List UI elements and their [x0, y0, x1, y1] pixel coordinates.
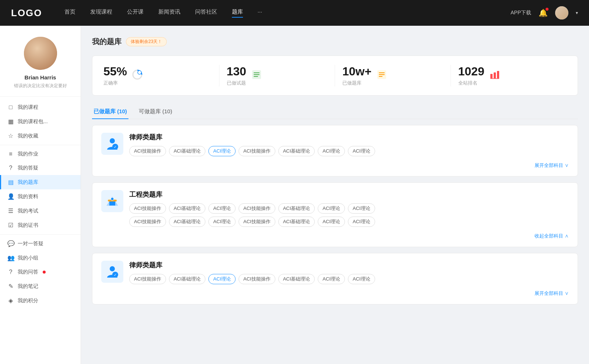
app-download-btn[interactable]: APP下载 [511, 10, 531, 16]
sidebar-item-exam[interactable]: ☰ 我的考试 [0, 204, 81, 218]
qbank-tag[interactable]: ACI基础理论 [278, 146, 315, 156]
avatar-image [24, 37, 57, 70]
nav-more[interactable]: ··· [258, 8, 262, 18]
qbank-tag[interactable]: ACI理论 [348, 146, 375, 156]
qbank-tag[interactable]: ACI基础理论 [169, 146, 206, 156]
qa-icon: ? [7, 165, 14, 171]
qbank-icon-lawyer2: ✓ [101, 261, 123, 283]
qbank-tag[interactable]: ACI理论 [318, 203, 345, 214]
tutor-icon: 💬 [7, 240, 14, 247]
qbank-tag[interactable]: ACI技能操作 [239, 203, 275, 214]
nav-home[interactable]: 首页 [64, 8, 75, 18]
sidebar-item-tutor[interactable]: 💬 一对一答疑 [0, 236, 81, 251]
qbank-name: 工程类题库 [129, 190, 569, 199]
qbank-tag-active[interactable]: ACI理论 [208, 146, 236, 156]
star-icon: ☆ [7, 132, 14, 139]
cert-icon: ☑ [7, 222, 14, 229]
qbank-tag[interactable]: ACI基础理论 [169, 203, 206, 214]
nav-opencourse[interactable]: 公开课 [127, 8, 144, 18]
qbank-tag[interactable]: ACI理论 [208, 203, 236, 214]
qbank-tag[interactable]: ACI基础理论 [169, 217, 206, 227]
sidebar-item-label: 我的考试 [18, 208, 38, 214]
qbank-tag[interactable]: ACI理论 [348, 274, 375, 284]
user-avatar[interactable] [555, 6, 568, 19]
tab-available-banks[interactable]: 可做题库 (10) [137, 104, 174, 119]
qbank-tag[interactable]: ACI技能操作 [239, 274, 275, 284]
qbank-expand-btn[interactable]: 展开全部科目 ∨ [101, 162, 569, 169]
qbank-tag[interactable]: ACI技能操作 [129, 217, 166, 227]
svg-rect-5 [254, 74, 260, 75]
qbank-tag[interactable]: ACI技能操作 [129, 274, 166, 284]
sidebar-username: Brian Harris [7, 74, 73, 81]
notification-badge [546, 8, 549, 11]
sidebar-item-label: 我的积分 [18, 297, 38, 304]
notes-icon: ✎ [7, 283, 14, 290]
nav-qa[interactable]: 问答社区 [195, 8, 217, 18]
qbank-tabs: 已做题库 (10) 可做题库 (10) [92, 104, 578, 119]
sidebar-item-label: 我的作业 [18, 151, 38, 157]
qbank-header: ✓ 律师类题库 ACI技能操作 ACI基础理论 ACI理论 ACI技能操作 AC… [101, 261, 569, 284]
svg-rect-8 [379, 72, 385, 73]
qbank-tag[interactable]: ACI理论 [318, 146, 345, 156]
qbank-tag[interactable]: ACI理论 [208, 217, 236, 227]
qbank-header: ✓ 律师类题库 ACI技能操作 ACI基础理论 ACI理论 ACI技能操作 AC… [101, 133, 569, 156]
sidebar-item-qbank[interactable]: ▤ 我的题库 [0, 175, 81, 189]
qbank-tag[interactable]: ACI理论 [318, 217, 345, 227]
qbank-tag[interactable]: ACI理论 [348, 217, 375, 227]
qbank-tag[interactable]: ACI技能操作 [129, 146, 166, 156]
sidebar-item-favorites[interactable]: ☆ 我的收藏 [0, 129, 81, 143]
user-dropdown-arrow[interactable]: ▾ [576, 10, 578, 15]
tab-done-banks[interactable]: 已做题库 (10) [92, 104, 128, 119]
sidebar-item-label: 我的答疑 [18, 165, 38, 171]
svg-point-2 [138, 71, 141, 74]
sidebar-item-label: 我的题库 [18, 179, 38, 186]
qbank-tag[interactable]: ACI基础理论 [169, 274, 206, 284]
qbank-card-lawyer-1: ✓ 律师类题库 ACI技能操作 ACI基础理论 ACI理论 ACI技能操作 AC… [92, 125, 578, 176]
sidebar-item-certificate[interactable]: ☑ 我的证书 [0, 218, 81, 232]
sidebar-item-points[interactable]: ◈ 我的积分 [0, 293, 81, 308]
nav-news[interactable]: 新闻资讯 [158, 8, 180, 18]
stat-label: 全站排名 [458, 80, 484, 86]
svg-rect-6 [254, 76, 258, 77]
stat-value: 130 [227, 65, 246, 78]
points-icon: ◈ [7, 297, 14, 304]
stat-value: 55% [103, 65, 127, 78]
main-layout: Brian Harris 错误的决定比没有决定要好 □ 我的课程 ▦ 我的课程包… [0, 26, 589, 364]
qbank-tag[interactable]: ACI基础理论 [278, 203, 315, 214]
stat-text: 1029 全站排名 [458, 65, 484, 86]
sidebar-item-homework[interactable]: ≡ 我的作业 [0, 147, 81, 161]
sidebar-item-course-package[interactable]: ▦ 我的课程包... [0, 114, 81, 129]
notification-bell[interactable]: 🔔 [539, 8, 548, 17]
sidebar-item-label: 我的资料 [18, 193, 38, 200]
stats-bar: 55% 正确率 130 已做试题 [92, 56, 578, 96]
sidebar-item-qa[interactable]: ? 我的答疑 [0, 161, 81, 175]
svg-rect-14 [490, 78, 499, 79]
qbank-tag[interactable]: ACI技能操作 [239, 146, 275, 156]
sidebar-divider-2 [0, 234, 81, 235]
sidebar-item-group[interactable]: 👥 我的小组 [0, 251, 81, 265]
qbank-info: 律师类题库 ACI技能操作 ACI基础理论 ACI理论 ACI技能操作 ACI基… [129, 133, 569, 156]
qbank-tag[interactable]: ACI理论 [318, 274, 345, 284]
svg-rect-10 [379, 76, 382, 77]
qbank-tag[interactable]: ACI理论 [348, 203, 375, 214]
qbank-icon-engineer [101, 190, 123, 212]
list-icon [251, 69, 262, 83]
sidebar-item-course[interactable]: □ 我的课程 [0, 100, 81, 114]
sidebar-item-notes[interactable]: ✎ 我的笔记 [0, 279, 81, 293]
sidebar-item-questions[interactable]: ? 我的问答 [0, 265, 81, 279]
logo[interactable]: LOGO [11, 7, 42, 19]
qbank-tag[interactable]: ACI基础理论 [278, 217, 315, 227]
stat-value: 1029 [458, 65, 484, 78]
sidebar-item-profile[interactable]: 👤 我的资料 [0, 189, 81, 204]
stat-accuracy: 55% 正确率 [103, 65, 219, 86]
qbank-expand-btn-2[interactable]: 展开全部科目 ∨ [101, 290, 569, 297]
qbank-tag-active[interactable]: ACI理论 [208, 274, 236, 284]
qbank-card-engineer: 工程类题库 ACI技能操作 ACI基础理论 ACI理论 ACI技能操作 ACI基… [92, 182, 578, 247]
qbank-collapse-btn[interactable]: 收起全部科目 ∧ [101, 233, 569, 239]
qbank-tag[interactable]: ACI基础理论 [278, 274, 315, 284]
qbank-tag[interactable]: ACI技能操作 [239, 217, 275, 227]
nav-discover[interactable]: 发现课程 [90, 8, 112, 18]
main-content: 我的题库 体验剩余23天！ 55% 正确率 [81, 26, 589, 364]
nav-qbank[interactable]: 题库 [232, 8, 243, 18]
qbank-tag[interactable]: ACI技能操作 [129, 203, 166, 214]
